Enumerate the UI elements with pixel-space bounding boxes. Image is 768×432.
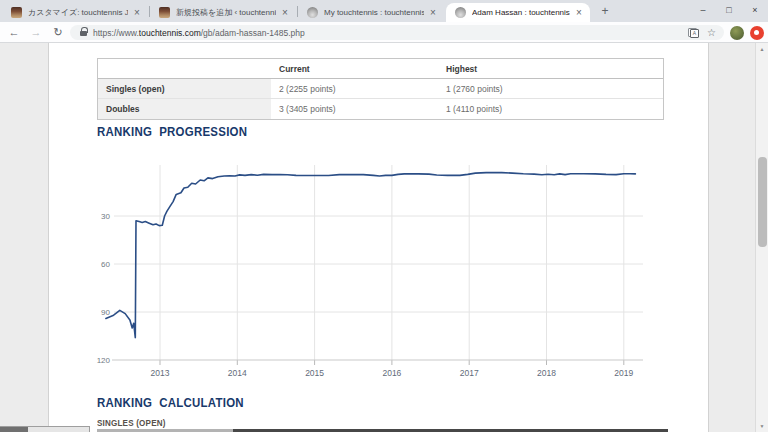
header-current: Current [271, 59, 438, 78]
table-row-singles: Singles (open) 2 (2255 points) 1 (2760 p… [98, 79, 663, 99]
translate-icon[interactable] [688, 28, 699, 38]
extension-red-icon[interactable] [750, 26, 764, 40]
singles-highest-value: 1 (2760 points) [438, 79, 665, 98]
singles-open-subheading: SINGLES (OPEN) [97, 418, 166, 428]
window-controls: – □ × [690, 0, 768, 22]
site-photo-favicon-icon [159, 7, 170, 18]
tab-title: Adam Hassan : touchtennis [472, 8, 570, 17]
close-tab-icon[interactable]: × [428, 8, 438, 18]
close-window-button[interactable]: × [742, 0, 768, 22]
bookmark-star-icon[interactable]: ☆ [707, 25, 716, 40]
table-header-row: Current Highest [98, 59, 663, 79]
table-row-doubles: Doubles 3 (3405 points) 1 (4110 points) [98, 99, 663, 119]
singles-current-value: 2 (2255 points) [271, 79, 438, 98]
page-scrollbar[interactable]: ▲ ▼ [755, 43, 768, 432]
scroll-down-icon[interactable]: ▼ [756, 423, 768, 429]
ranking-stats-table: Current Highest Singles (open) 2 (2255 p… [97, 58, 664, 120]
tab-title: My touchtennis : touchtennis [324, 8, 424, 17]
new-tab-button[interactable]: + [597, 4, 613, 20]
close-tab-icon[interactable]: × [574, 8, 584, 18]
header-empty-cell [98, 59, 271, 78]
address-bar[interactable]: https://www.touchtennis.com/gb/adam-hass… [70, 25, 724, 40]
back-button[interactable]: ← [6, 22, 22, 42]
close-tab-icon[interactable]: × [132, 8, 142, 18]
ranking-calculation-heading: RANKING CALCULATION [97, 395, 244, 410]
row-label: Singles (open) [98, 79, 271, 98]
browser-window: カスタマイズ: touchtennis Japan (日 × 新規投稿を追加 ‹… [0, 0, 768, 432]
tab-my-touchtennis[interactable]: My touchtennis : touchtennis × [298, 3, 444, 22]
site-photo-favicon-icon [11, 7, 22, 18]
maximize-button[interactable]: □ [716, 0, 742, 22]
minimize-button[interactable]: – [690, 0, 716, 22]
browser-toolbar: ← → ↻ https://www.touchtennis.com/gb/ada… [0, 22, 768, 43]
tennis-ball-favicon-icon [455, 7, 466, 18]
close-tab-icon[interactable]: × [280, 8, 290, 18]
row-label: Doubles [98, 99, 271, 119]
tab-strip: カスタマイズ: touchtennis Japan (日 × 新規投稿を追加 ‹… [0, 0, 768, 22]
page-viewport: Current Highest Singles (open) 2 (2255 p… [0, 43, 768, 432]
doubles-highest-value: 1 (4110 points) [438, 99, 665, 119]
profile-avatar[interactable] [730, 26, 744, 40]
https-lock-icon[interactable] [80, 30, 87, 36]
tab-title: 新規投稿を追加 ‹ touchtennis Jap [176, 7, 276, 18]
url-text: https://www.touchtennis.com/gb/adam-hass… [93, 28, 688, 38]
status-bubble [0, 426, 90, 432]
scrollbar-thumb[interactable] [758, 157, 767, 247]
doubles-current-value: 3 (3405 points) [271, 99, 438, 119]
forward-button[interactable]: → [28, 22, 44, 42]
header-highest: Highest [438, 59, 665, 78]
tennis-ball-favicon-icon [307, 7, 318, 18]
ranking-progression-heading: RANKING PROGRESSION [97, 124, 247, 139]
tab-title: カスタマイズ: touchtennis Japan (日 [28, 7, 128, 18]
scroll-up-icon[interactable]: ▲ [756, 46, 768, 52]
tab-customize-touchtennis-japan[interactable]: カスタマイズ: touchtennis Japan (日 × [2, 3, 148, 22]
tab-new-post-touchtennis-japan[interactable]: 新規投稿を追加 ‹ touchtennis Jap × [150, 3, 296, 22]
reload-button[interactable]: ↻ [50, 22, 66, 42]
tab-adam-hassan-active[interactable]: Adam Hassan : touchtennis × [446, 3, 590, 22]
